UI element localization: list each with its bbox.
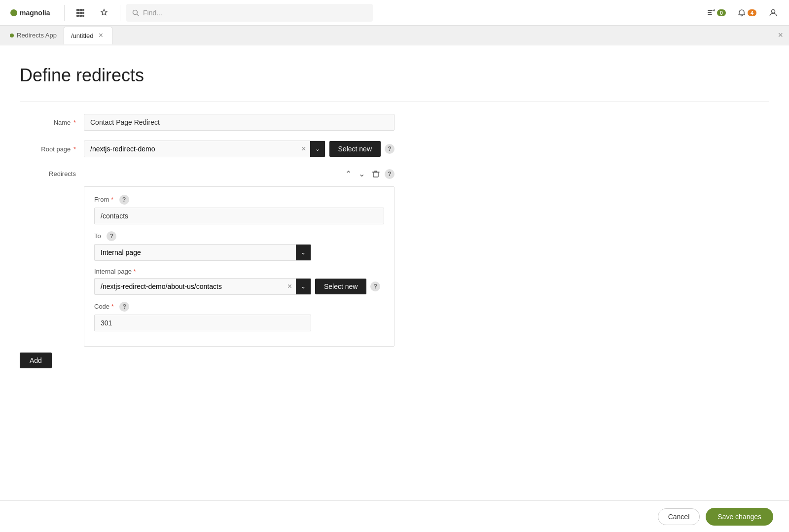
root-page-help-icon[interactable]: ? [385,144,394,154]
to-help-icon[interactable]: ? [107,231,116,241]
from-input[interactable] [94,208,384,224]
svg-rect-14 [708,14,712,15]
notifications-btn[interactable]: 4 [733,4,761,22]
internal-page-input-group: × ⌄ [94,278,311,295]
svg-rect-13 [708,12,712,13]
tasks-badge: 0 [717,9,726,16]
code-label: Code * ? [94,302,384,312]
svg-rect-16 [373,172,378,177]
svg-rect-7 [82,12,84,14]
to-row: To ? Internal page External URL ⌄ [94,231,384,261]
tab-close-btn[interactable]: × [96,31,105,40]
redirects-help-icon[interactable]: ? [385,169,394,179]
nav-right-actions: 0 4 [702,3,783,23]
code-help-icon[interactable]: ? [119,302,129,312]
form-divider [20,102,769,102]
redirects-item: From * ? To ? Int [84,186,394,347]
star-icon [100,8,108,17]
svg-text:magnolia: magnolia [20,9,50,17]
internal-page-help-icon[interactable]: ? [370,282,380,291]
search-icon [132,9,139,16]
redirects-header-row: Redirects ⌃ ⌄ ? [20,167,394,180]
trash-icon [372,170,380,178]
footer-bar: Cancel Save changes [0,500,789,532]
from-help-icon[interactable]: ? [119,195,129,205]
save-changes-btn[interactable]: Save changes [706,508,773,526]
navbar: magnolia Find... [0,0,789,26]
internal-page-select-new-btn[interactable]: Select new [315,279,366,294]
redirects-controls: ⌃ ⌄ ? [84,167,394,180]
page-title: Define redirects [20,65,769,86]
tab-home-label: Redirects App [17,32,57,39]
root-page-label: Root page * [20,141,84,153]
name-label: Name * [20,114,84,126]
svg-point-15 [772,9,775,13]
root-page-input[interactable] [84,141,297,157]
search-bar[interactable]: Find... [126,4,373,22]
root-page-input-group: × ⌄ [84,141,325,157]
bell-icon [738,9,746,17]
from-row: From * ? [94,195,384,224]
svg-rect-3 [79,9,82,11]
svg-rect-4 [82,9,84,11]
name-row: Name * [20,114,394,131]
redirects-label: Redirects [20,170,84,177]
tabbar-close-all-btn[interactable]: × [776,28,785,42]
svg-rect-8 [76,15,79,17]
to-label: To ? [94,231,384,241]
code-row: Code * ? [94,302,384,331]
redirects-up-btn[interactable]: ⌃ [343,167,354,180]
root-page-select-new-btn[interactable]: Select new [329,141,381,157]
code-input[interactable] [94,315,311,331]
to-select[interactable]: Internal page External URL [95,245,296,260]
nav-divider-1 [64,5,65,21]
internal-page-chevron-btn[interactable]: ⌄ [296,279,311,294]
profile-btn[interactable] [763,3,783,23]
tasks-icon [707,9,715,17]
svg-point-0 [10,9,17,16]
svg-rect-6 [79,12,82,14]
tasks-btn[interactable]: 0 [702,4,731,22]
user-icon [769,8,778,17]
svg-rect-9 [79,15,82,17]
svg-rect-5 [76,12,79,14]
tab-active-label: /untitled [71,32,94,39]
name-input[interactable] [84,114,394,131]
svg-rect-2 [76,9,79,11]
to-select-chevron: ⌄ [296,245,311,260]
nav-divider-2 [120,5,120,21]
internal-page-input[interactable] [95,279,284,294]
search-placeholder: Find... [143,9,162,17]
svg-rect-10 [82,15,84,17]
to-select-wrap: Internal page External URL ⌄ [94,244,311,261]
apps-icon-btn[interactable] [71,3,90,23]
from-label: From * ? [94,195,384,205]
redirects-down-btn[interactable]: ⌄ [357,167,367,180]
tabbar: Redirects App /untitled × × [0,26,789,45]
add-btn[interactable]: Add [20,353,52,368]
svg-rect-12 [708,10,713,11]
internal-page-clear-btn[interactable]: × [284,282,296,291]
internal-page-label: Internal page * [94,268,384,275]
logo: magnolia [6,6,58,20]
internal-page-row: Internal page * × ⌄ Select new ? [94,268,384,295]
root-page-control-wrap: × ⌄ Select new ? [84,141,394,157]
root-page-chevron-btn[interactable]: ⌄ [310,141,325,157]
root-page-row: Root page * × ⌄ Select new ? [20,141,394,157]
favorites-icon-btn[interactable] [94,3,114,23]
redirects-delete-btn[interactable] [370,168,382,180]
grid-icon [76,8,85,17]
notifications-badge: 4 [748,9,756,16]
name-control-wrap [84,114,394,131]
tab-home[interactable]: Redirects App [4,28,63,43]
cancel-btn[interactable]: Cancel [658,508,700,525]
redirects-section: Redirects ⌃ ⌄ ? From * [20,167,394,368]
tab-active[interactable]: /untitled × [64,27,113,44]
main-content: Define redirects Name * Root page * × ⌄ … [0,45,789,532]
tab-home-dot [10,34,14,37]
root-page-clear-btn[interactable]: × [297,144,310,153]
